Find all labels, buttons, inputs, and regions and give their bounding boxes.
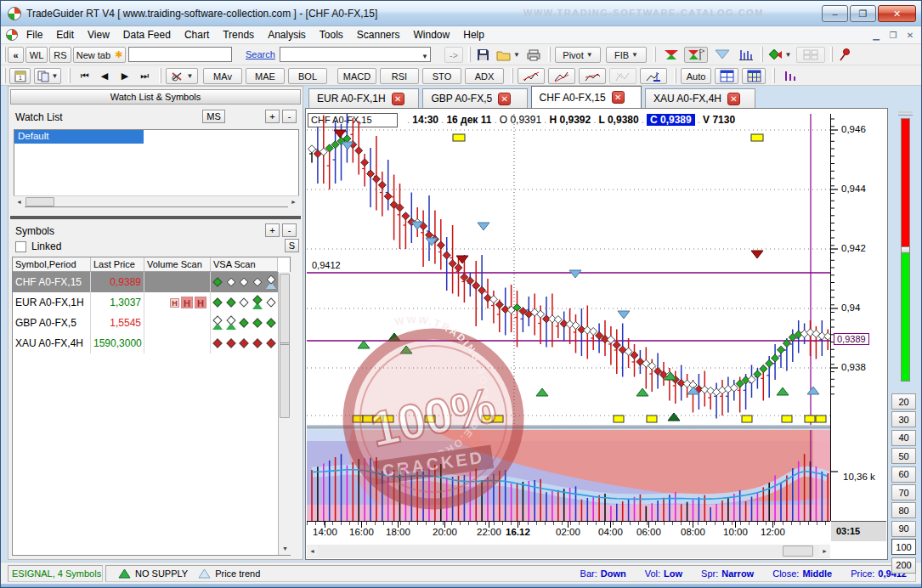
scroll-down-icon[interactable]: ▼ [280, 543, 291, 554]
auto-button[interactable]: Auto [681, 68, 711, 84]
diamond-signal-icon[interactable]: ▼ [766, 47, 793, 63]
pin-icon[interactable] [835, 47, 854, 63]
indicator-sto-button[interactable]: STO [422, 68, 461, 84]
symbol-combo[interactable] [280, 47, 431, 62]
quick-symbol-input[interactable] [128, 47, 232, 62]
menu-view[interactable]: View [81, 27, 116, 42]
volume-histogram-icon[interactable] [779, 68, 801, 84]
indicator-macd-button[interactable]: MACD [337, 68, 376, 84]
bars-50-button[interactable]: 50 [891, 448, 916, 464]
slider-track[interactable] [901, 118, 910, 382]
menu-trends[interactable]: Trends [216, 27, 261, 42]
trend-tool-5-icon[interactable] [640, 68, 667, 84]
symbol-row-gbp-a0-fx-5[interactable]: GBP A0-FX,51,5545 [13, 313, 278, 333]
menu-scanners[interactable]: Scanners [350, 27, 407, 42]
symbols-vscrollbar[interactable]: ▼ [278, 272, 291, 555]
new-tab-button[interactable]: New tab✱ [73, 47, 126, 63]
close-button[interactable]: ✕ [878, 5, 916, 22]
bars-60-button[interactable]: 60 [891, 466, 916, 483]
tab-close-icon[interactable]: ✕ [392, 93, 404, 105]
bars-30-button[interactable]: 30 [891, 411, 916, 427]
scan-tools-button[interactable]: ▼ [166, 68, 198, 84]
fib-button[interactable]: FIB▼ [606, 47, 647, 63]
scroll-thumb[interactable] [280, 274, 290, 418]
column-header-last-price[interactable]: Last Price [91, 257, 144, 272]
indicator-mav-button[interactable]: MAv [203, 68, 242, 84]
trend-tool-1-icon[interactable] [518, 68, 545, 84]
panel-divider[interactable] [10, 216, 301, 219]
symbol-row-xau-a0-fx-4h[interactable]: XAU A0-FX,4H1590,3000 [13, 333, 278, 353]
mdi-restore-button[interactable]: ❐ [885, 29, 901, 41]
menu-edit[interactable]: Edit [49, 27, 81, 42]
pivot-button[interactable]: Pivot▼ [555, 47, 601, 63]
copy-icon[interactable]: ▼ [34, 68, 61, 84]
scroll-thumb[interactable] [25, 197, 54, 206]
menu-chart[interactable]: Chart [178, 27, 216, 42]
scroll-left-icon[interactable]: ◄ [307, 546, 318, 557]
tab-gbp-a0-fx-5[interactable]: GBP A0-FX,5✕ [422, 88, 527, 108]
maximize-button[interactable]: ❐ [850, 5, 876, 22]
symbol-row-eur-a0-fx-1h[interactable]: EUR A0-FX,1H1,3037HHH [13, 292, 278, 313]
bars-90-button[interactable]: 90 [891, 521, 916, 537]
scroll-thumb[interactable] [783, 546, 813, 557]
scroll-left-icon[interactable]: ◄ [14, 196, 25, 207]
bars-40-button[interactable]: 40 [891, 430, 916, 446]
indicator-mae-button[interactable]: MAE [246, 68, 285, 84]
indicator-bol-button[interactable]: BOL [288, 68, 327, 84]
trend-tool-3-icon[interactable] [579, 68, 606, 84]
watchlist-add-button[interactable]: + [265, 110, 280, 123]
first-bar-button[interactable]: ⏮ [76, 68, 94, 84]
supply-signal-icon[interactable] [660, 47, 682, 63]
rs-button[interactable]: RS [49, 47, 71, 63]
mdi-minimize-button[interactable]: ▁ [868, 29, 884, 41]
bars-70-button[interactable]: 70 [891, 484, 916, 500]
open-folder-icon[interactable]: ▼ [495, 47, 521, 63]
tab-close-icon[interactable]: ✕ [612, 91, 625, 104]
menu-help[interactable]: Help [456, 27, 491, 42]
last-bar-button[interactable]: ⏭ [135, 68, 154, 84]
watchlist-item-default[interactable]: Default [14, 130, 144, 144]
linked-checkbox[interactable] [15, 241, 26, 252]
column-header-volume-scan[interactable]: Volume Scan [144, 257, 211, 272]
volume-chart[interactable] [307, 430, 830, 521]
prev-bar-button[interactable]: ◀ [96, 68, 113, 84]
symbols-remove-button[interactable]: - [282, 223, 297, 237]
tab-xau-a0-fx-4h[interactable]: XAU A0-FX,4H✕ [645, 88, 755, 108]
menu-analysis[interactable]: Analysis [261, 27, 313, 42]
bars-20-button[interactable]: 20 [891, 393, 916, 410]
chart-hscrollbar[interactable]: ◄ ► [307, 545, 830, 558]
indicator-rsi-button[interactable]: RSI [380, 68, 419, 84]
s-button[interactable]: S [285, 239, 299, 252]
price-trend-signal-icon[interactable] [711, 47, 733, 63]
slider-thumb[interactable] [901, 246, 910, 253]
menu-file[interactable]: File [20, 27, 49, 42]
tab-chf-a0-fx-15[interactable]: CHF A0-FX,15✕ [531, 86, 642, 108]
combo-dropdown-arrow[interactable]: ▼ [419, 48, 431, 65]
table-view-icon[interactable] [742, 68, 766, 84]
next-bar-button[interactable]: ▶ [116, 68, 133, 84]
tab-close-icon[interactable]: ✕ [498, 93, 511, 105]
price-chart[interactable] [307, 114, 830, 425]
menu-tools[interactable]: Tools [313, 27, 350, 42]
column-header-vsa-scan[interactable]: VSA Scan [211, 257, 278, 272]
supply-flag-signal-icon[interactable] [684, 47, 708, 63]
indicator-adx-button[interactable]: ADX [465, 68, 504, 84]
tab-eur-a0-fx-1h[interactable]: EUR A0-FX,1H✕ [308, 88, 419, 108]
search-link[interactable]: Search [246, 49, 275, 59]
trend-tool-2-icon[interactable] [548, 68, 575, 84]
collapse-watchlist-button[interactable]: « [8, 47, 24, 63]
scroll-right-icon[interactable]: ► [288, 196, 299, 207]
ms-button[interactable]: MS [202, 110, 225, 123]
watchlist-remove-button[interactable]: - [282, 110, 297, 123]
bars-100-button[interactable]: 100 [891, 539, 916, 555]
calendar-icon[interactable]: 1 [9, 68, 31, 84]
watchlist-hscrollbar[interactable]: ◄ ► [14, 195, 299, 206]
mdi-close-button[interactable]: ✕ [902, 29, 918, 41]
column-header-symbol-period[interactable]: Symbol,Period [13, 257, 91, 272]
scroll-right-icon[interactable]: ► [819, 546, 830, 557]
price-scale[interactable]: 0,9460,9440,9420,940,938 0,9389 10,36 k … [830, 114, 886, 521]
bars-200-button[interactable]: 200 [891, 557, 916, 574]
minimize-button[interactable]: – [822, 5, 848, 22]
save-icon[interactable] [473, 47, 492, 63]
symbol-row-chf-a0-fx-15[interactable]: CHF A0-FX,150,9389 [13, 272, 278, 292]
